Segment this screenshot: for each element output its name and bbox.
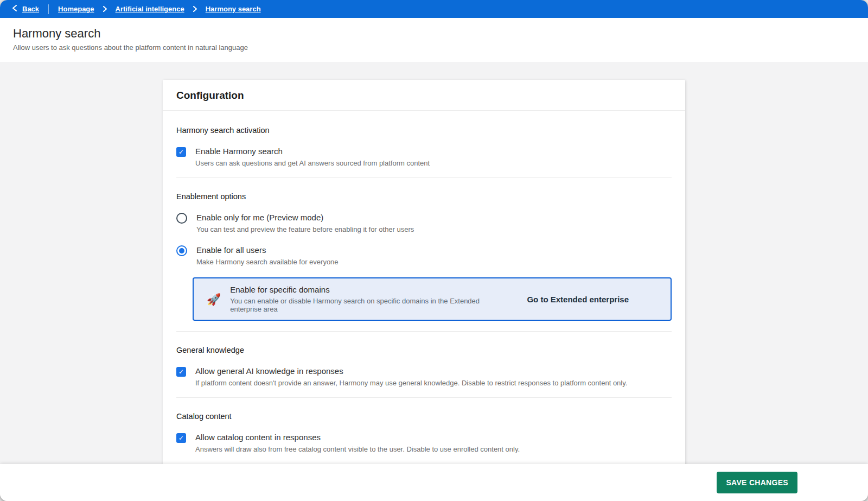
footer-bar: SAVE CHANGES bbox=[0, 464, 868, 501]
enable-harmony-search-checkbox[interactable]: ✓ bbox=[176, 147, 186, 157]
option-row-preview-mode: Enable only for me (Preview mode) You ca… bbox=[176, 213, 672, 233]
card-header: Configuration bbox=[163, 80, 685, 111]
option-description: Answers will draw also from free catalog… bbox=[195, 445, 672, 453]
option-description: Make Harmony search available for everyo… bbox=[196, 258, 672, 266]
option-label[interactable]: Allow general AI knowledge in responses bbox=[195, 366, 672, 376]
topbar: Back Homepage Artificial intelligence Ha… bbox=[0, 0, 868, 18]
section-title-general-knowledge: General knowledge bbox=[176, 346, 672, 354]
option-description: If platform content doesn't provide an a… bbox=[195, 379, 672, 387]
breadcrumb-current[interactable]: Harmony search bbox=[206, 5, 261, 13]
section-title-enablement: Enablement options bbox=[176, 192, 672, 201]
chevron-right-icon bbox=[193, 6, 197, 12]
rocket-icon: 🚀 bbox=[207, 294, 221, 305]
option-label[interactable]: Enable only for me (Preview mode) bbox=[196, 213, 672, 222]
option-description: Users can ask questions and get AI answe… bbox=[195, 159, 672, 167]
general-knowledge-checkbox[interactable]: ✓ bbox=[176, 367, 186, 377]
preview-mode-radio[interactable] bbox=[176, 213, 187, 224]
option-label[interactable]: Enable for all users bbox=[196, 245, 672, 255]
chevron-right-icon bbox=[103, 6, 107, 12]
page-title: Harmony search bbox=[13, 27, 855, 41]
all-users-radio[interactable] bbox=[176, 245, 187, 256]
card-title: Configuration bbox=[176, 90, 672, 102]
page-subtitle: Allow users to ask questions about the p… bbox=[13, 43, 855, 52]
section-title-catalog-content: Catalog content bbox=[176, 412, 672, 421]
check-icon: ✓ bbox=[178, 434, 184, 442]
section-divider bbox=[176, 331, 672, 332]
option-row-general-knowledge: ✓ Allow general AI knowledge in response… bbox=[176, 366, 672, 387]
banner-title: Enable for specific domains bbox=[230, 285, 507, 294]
banner-description: You can enable or disable Harmony search… bbox=[230, 297, 507, 313]
check-icon: ✓ bbox=[178, 148, 184, 156]
breadcrumb-link-artificial-intelligence[interactable]: Artificial intelligence bbox=[116, 5, 184, 13]
section-divider bbox=[176, 177, 672, 178]
catalog-content-checkbox[interactable]: ✓ bbox=[176, 433, 186, 443]
check-icon: ✓ bbox=[178, 368, 184, 376]
chevron-left-icon bbox=[12, 5, 18, 13]
specific-domains-banner: 🚀 Enable for specific domains You can en… bbox=[193, 277, 672, 321]
option-label[interactable]: Allow catalog content in responses bbox=[195, 433, 672, 442]
card-body: Harmony search activation ✓ Enable Harmo… bbox=[163, 111, 685, 464]
option-row-all-users: Enable for all users Make Harmony search… bbox=[176, 245, 672, 266]
section-divider bbox=[176, 397, 672, 398]
breadcrumb-link-homepage[interactable]: Homepage bbox=[58, 5, 94, 13]
page-header: Harmony search Allow users to ask questi… bbox=[0, 18, 868, 62]
option-label[interactable]: Enable Harmony search bbox=[195, 147, 672, 156]
app-window: Back Homepage Artificial intelligence Ha… bbox=[0, 0, 868, 501]
go-to-extended-enterprise-link[interactable]: Go to Extended enterprise bbox=[516, 295, 659, 304]
configuration-card: Configuration Harmony search activation … bbox=[163, 80, 685, 464]
topbar-divider bbox=[48, 4, 49, 14]
section-title-activation: Harmony search activation bbox=[176, 126, 672, 135]
back-label: Back bbox=[22, 5, 39, 13]
option-row-enable-harmony: ✓ Enable Harmony search Users can ask qu… bbox=[176, 147, 672, 167]
save-changes-button[interactable]: SAVE CHANGES bbox=[717, 472, 797, 493]
option-row-catalog-content: ✓ Allow catalog content in responses Ans… bbox=[176, 433, 672, 453]
back-button[interactable]: Back bbox=[12, 5, 39, 13]
option-description: You can test and preview the feature bef… bbox=[196, 225, 672, 233]
content-area: Configuration Harmony search activation … bbox=[0, 62, 868, 464]
breadcrumb: Homepage Artificial intelligence Harmony… bbox=[58, 5, 261, 13]
